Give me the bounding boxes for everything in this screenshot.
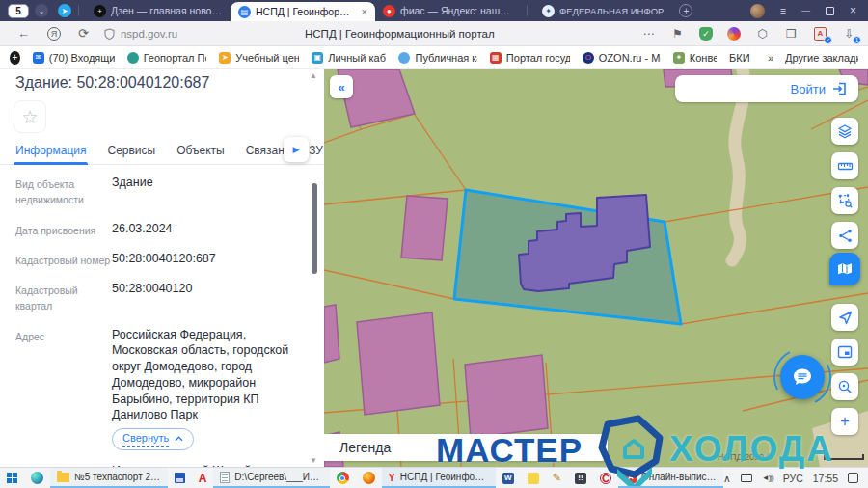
window-controls: ≡ — × bbox=[750, 4, 864, 18]
collapse-address-button[interactable]: Свернуть bbox=[112, 428, 194, 450]
panel-scroll-up-icon[interactable]: ▲ bbox=[310, 71, 317, 80]
start-button[interactable] bbox=[0, 468, 24, 488]
taskbar-calculator[interactable]: ⁞⁞ bbox=[568, 468, 593, 488]
reload-icon[interactable]: ⟳ bbox=[78, 26, 89, 41]
add-bookmark-icon[interactable]: + bbox=[10, 51, 20, 65]
taskbar-font-app[interactable]: A bbox=[192, 468, 214, 488]
coordinate-search-button[interactable] bbox=[831, 373, 858, 400]
taskbar-edge[interactable] bbox=[24, 468, 50, 488]
minimap-button[interactable] bbox=[831, 339, 858, 366]
bookmark-ozon[interactable]: OOZON.ru - Мой О bbox=[583, 52, 661, 64]
measure-button[interactable] bbox=[831, 152, 858, 179]
taskbar-save-app[interactable] bbox=[168, 468, 192, 488]
other-bookmarks[interactable]: Другие закладки⌄ bbox=[785, 52, 858, 64]
protect-shield-icon[interactable]: ✓ bbox=[699, 27, 713, 41]
tab-federal[interactable]: ✦ ФЕДЕРАЛЬНАЯ ИНФОР bbox=[534, 5, 671, 17]
legend-label: Легенда bbox=[339, 440, 391, 455]
tab-fias[interactable]: ● фиас — Яндекс: нашёлс bbox=[375, 5, 520, 17]
tab-label: фиас — Яндекс: нашёлс bbox=[400, 5, 512, 16]
taskbar-consultant[interactable]: C bbox=[593, 468, 618, 488]
panel-collapse-button[interactable]: « bbox=[330, 75, 353, 98]
yandex-icon[interactable]: Я bbox=[47, 27, 61, 41]
taskbar-notes[interactable] bbox=[521, 468, 546, 488]
taskbar-editor[interactable]: ✎ bbox=[546, 468, 568, 488]
taskbar-notepad-doc[interactable]: D:\Сергеев\___ИП С... bbox=[213, 468, 329, 488]
tab-dzen[interactable]: + Дзен — главная новостна bbox=[86, 5, 231, 17]
legend-bar[interactable]: Легенда bbox=[324, 434, 608, 461]
bookmarks-overflow-chevron[interactable]: » bbox=[768, 52, 773, 64]
bookmark-bki-folder[interactable]: БКИ⌄ bbox=[729, 52, 755, 64]
dzen-favicon-icon: + bbox=[94, 5, 106, 17]
bookmark-training-center[interactable]: ➤Учебный центр М bbox=[219, 52, 299, 64]
taskbar-word[interactable]: W bbox=[496, 468, 521, 488]
ruler-icon bbox=[837, 158, 854, 175]
taskbar-firefox[interactable] bbox=[356, 468, 382, 488]
training-icon: ➤ bbox=[219, 52, 231, 64]
area-search-button[interactable] bbox=[831, 187, 858, 214]
bookmark-public-cadastre[interactable]: Публичная кадас bbox=[398, 52, 476, 64]
layers-button[interactable] bbox=[831, 118, 858, 145]
map-canvas[interactable]: « Войти bbox=[324, 69, 868, 467]
tray-chevron-icon[interactable]: ∧ bbox=[723, 473, 731, 484]
bookmark-konvert[interactable]: ✦Конверт bbox=[673, 52, 717, 64]
bookmark-mail[interactable]: ✉(70) Входящие - П bbox=[33, 52, 115, 64]
tabs-scroll-right-icon[interactable]: ▶ bbox=[284, 137, 309, 162]
support-chat-button[interactable] bbox=[780, 355, 825, 399]
profile-avatar[interactable] bbox=[750, 4, 765, 18]
tab-list-chevron-icon[interactable]: ⌄ bbox=[35, 4, 48, 17]
tab-nspd-active[interactable]: ▤ НСПД | Геоинформаци × bbox=[231, 2, 375, 21]
address-bar[interactable]: nspd.gov.ru bbox=[104, 28, 177, 40]
taskbar-yandex-nspd[interactable]: Y НСПД | Геоинформа... bbox=[382, 468, 496, 488]
collections-icon[interactable]: ❒ bbox=[784, 26, 799, 41]
telegram-icon[interactable]: ➤ bbox=[58, 4, 71, 17]
cadastre-icon bbox=[398, 52, 410, 64]
download-count-badge: 1 bbox=[853, 36, 861, 44]
tab-close-icon[interactable]: × bbox=[362, 6, 367, 17]
restore-icon[interactable] bbox=[826, 7, 834, 15]
pdf-extension-icon[interactable]: A ✓ bbox=[813, 26, 827, 41]
display-device-icon[interactable] bbox=[741, 474, 752, 482]
red-a-icon: A bbox=[199, 472, 207, 485]
downloads-icon[interactable]: ⇩ 1 bbox=[842, 26, 856, 41]
share-button[interactable] bbox=[831, 222, 858, 249]
map-copyright: НСПД 2020 © bbox=[718, 452, 773, 462]
locate-me-button[interactable] bbox=[831, 304, 858, 331]
tab-objects[interactable]: Объекты bbox=[176, 139, 225, 165]
mail-icon: ✉ bbox=[33, 52, 44, 64]
browser-menu-icon[interactable]: ≡ bbox=[780, 5, 786, 16]
tab-information[interactable]: Информация bbox=[15, 139, 86, 165]
polygon-search-icon bbox=[837, 193, 853, 208]
bookmark-geoportal[interactable]: Геопортал Подмо bbox=[127, 52, 207, 64]
extensions-puzzle-icon[interactable]: ⬡ bbox=[755, 26, 770, 41]
volume-icon[interactable]: ◄))) bbox=[762, 474, 773, 482]
favorite-star-icon[interactable]: ☆ bbox=[14, 100, 46, 133]
alice-icon[interactable] bbox=[727, 27, 741, 41]
taskbar-pdf-vypiska[interactable]: A Онлайн-выписка ... bbox=[618, 468, 723, 488]
new-tab-button[interactable]: + bbox=[679, 4, 692, 17]
cabinet-icon: ▣ bbox=[312, 52, 323, 64]
taskbar-chrome[interactable] bbox=[330, 468, 356, 488]
bookmark-personal-account[interactable]: ▣Личный кабинет bbox=[312, 52, 386, 64]
minimap-icon bbox=[837, 345, 853, 359]
acrobat-icon: A bbox=[625, 472, 637, 483]
close-icon[interactable]: × bbox=[850, 4, 856, 17]
clock[interactable]: 17:55 bbox=[813, 473, 838, 484]
minimize-icon[interactable]: — bbox=[801, 6, 810, 15]
back-icon[interactable]: ← bbox=[17, 26, 30, 41]
language-indicator[interactable]: РУС bbox=[783, 473, 803, 484]
action-center-icon[interactable] bbox=[848, 473, 858, 483]
tab-group-counter[interactable]: 5 bbox=[8, 4, 29, 18]
bookmark-gov-portal[interactable]: ▦Портал государст bbox=[490, 52, 570, 64]
tab-services[interactable]: Сервисы bbox=[107, 139, 155, 165]
more-icon[interactable]: ⋯ bbox=[641, 26, 656, 41]
map-feedback-button[interactable] bbox=[829, 253, 860, 285]
zoom-in-button[interactable]: + bbox=[831, 408, 858, 435]
login-bar[interactable]: Войти bbox=[675, 75, 858, 102]
bookmark-flag-icon[interactable]: ⚑ bbox=[670, 26, 685, 41]
panel-scroll-down-icon[interactable]: ▼ bbox=[310, 456, 317, 465]
browser-toolbar: ← Я ⟳ nspd.gov.ru НСПД | Геоинформационн… bbox=[0, 21, 868, 46]
divider bbox=[78, 5, 79, 16]
tab-label: НСПД | Геоинформаци bbox=[256, 6, 355, 17]
taskbar-folder-techpassport[interactable]: №5 техпаспорт 29-0... bbox=[50, 468, 168, 488]
panel-scrollbar[interactable] bbox=[312, 183, 317, 274]
